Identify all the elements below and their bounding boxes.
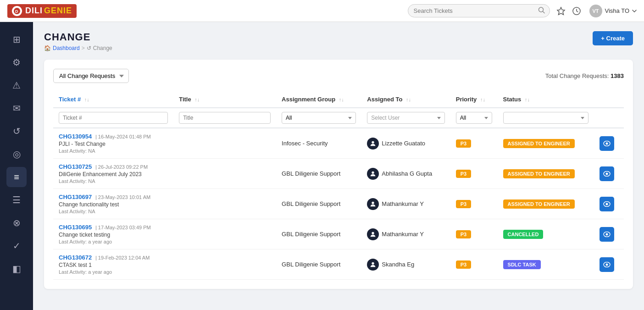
status-cell: CANCELLED (498, 219, 594, 249)
sort-icon-priority[interactable]: ↑↓ (480, 97, 485, 102)
priority-badge: P3 (456, 260, 471, 269)
search-button[interactable] (538, 6, 545, 15)
priority-cell: P3 (450, 128, 498, 159)
create-button[interactable]: + Create (593, 31, 633, 45)
sidebar-item-circle[interactable]: ◎ (6, 144, 27, 164)
sidebar-item-refresh[interactable]: ↺ (6, 121, 27, 141)
filter-group-select[interactable]: All (282, 112, 356, 124)
total-count-label: Total Change Requests: 1383 (545, 72, 624, 79)
view-button[interactable] (600, 136, 614, 151)
svg-point-11 (605, 172, 608, 175)
sidebar-item-doc[interactable]: ◧ (6, 259, 27, 279)
sidebar-item-close-circle[interactable]: ⊗ (6, 213, 27, 233)
svg-text:D: D (15, 9, 19, 14)
view-button[interactable] (600, 227, 614, 242)
sidebar-item-inbox[interactable]: ✉ (6, 98, 27, 118)
sidebar-item-settings[interactable]: ⚙ (6, 52, 27, 72)
content-area: CHANGE 🏠 Dashboard > ↺ Change + Create A… (33, 22, 644, 310)
filter-priority-select[interactable]: All (456, 112, 492, 124)
filter-status-select[interactable] (503, 112, 588, 124)
filter-title-input[interactable] (179, 112, 271, 124)
ticket-link[interactable]: CHG130954 (59, 133, 92, 140)
title-cell (173, 128, 276, 159)
top-navigation: D DILIGENIE VT Visha TO (0, 0, 644, 22)
sort-icon-status[interactable]: ↑↓ (525, 97, 530, 102)
user-avatar (367, 228, 379, 240)
ticket-title: Change functionality test (59, 201, 168, 208)
sidebar-item-check[interactable]: ✓ (6, 236, 27, 256)
sidebar-item-alert[interactable]: ⚠ (6, 75, 27, 95)
col-priority: Priority ↑↓ (450, 91, 498, 108)
sidebar-item-list[interactable]: ≡ (6, 167, 27, 187)
priority-badge: P3 (456, 230, 471, 238)
filter-title (173, 108, 276, 128)
change-requests-filter[interactable]: All Change Requests (53, 69, 129, 83)
priority-badge: P3 (456, 200, 471, 208)
group-cell: GBL Diligenie Support (276, 189, 361, 219)
page-header: CHANGE 🏠 Dashboard > ↺ Change + Create (44, 31, 633, 51)
history-button[interactable] (572, 6, 581, 16)
filter-user-select[interactable]: Select User (367, 112, 444, 124)
ticket-link[interactable]: CHG130672 (59, 254, 92, 261)
ticket-date: | 26-Jul-2023 09:22 PM (95, 164, 148, 170)
ticket-date: | 16-May-2024 01:48 PM (95, 134, 151, 139)
user-avatar (367, 259, 379, 271)
ticket-cell: CHG130697 | 23-May-2023 10:01 AM Change … (53, 189, 173, 219)
table-row: CHG130954 | 16-May-2024 01:48 PM PJLI - … (53, 128, 624, 159)
group-cell: GBL Diligenie Support (276, 159, 361, 189)
ticket-date: | 19-Feb-2023 12:04 AM (95, 255, 150, 260)
breadcrumb: 🏠 Dashboard > ↺ Change (44, 45, 112, 51)
group-cell: GBL Diligenie Support (276, 249, 361, 280)
svg-marker-4 (557, 7, 565, 15)
logo-genie: GENIE (44, 6, 72, 16)
status-badge: ASSIGNED TO ENGINEER (503, 199, 575, 209)
status-cell: ASSIGNED TO ENGINEER (498, 128, 594, 159)
last-activity: Last Activity: NA (59, 178, 168, 184)
favorites-button[interactable] (556, 6, 566, 16)
col-status: Status ↑↓ (498, 91, 594, 108)
view-button[interactable] (600, 197, 614, 211)
svg-point-17 (605, 233, 608, 235)
col-title: Title ↑↓ (173, 91, 276, 108)
action-cell (594, 249, 624, 280)
status-cell: ASSIGNED TO ENGINEER (498, 159, 594, 189)
tickets-table: Ticket # ↑↓ Title ↑↓ Assignment Group ↑↓ (53, 91, 624, 280)
view-button[interactable] (600, 257, 614, 272)
filter-priority: All (450, 108, 498, 128)
svg-point-14 (605, 203, 608, 205)
status-badge: CANCELLED (503, 230, 544, 239)
svg-point-18 (372, 262, 374, 264)
filter-ticket-input[interactable] (59, 112, 168, 124)
priority-cell: P3 (450, 159, 498, 189)
sort-icon-ticket[interactable]: ↑↓ (84, 97, 89, 102)
filter-user: Select User (361, 108, 450, 128)
last-activity: Last Activity: NA (59, 209, 168, 214)
view-button[interactable] (600, 166, 614, 181)
ticket-link[interactable]: CHG130695 (59, 224, 92, 231)
search-box (408, 4, 550, 17)
ticket-title: DiliGenie Enhancement July 2023 (59, 171, 168, 177)
user-menu[interactable]: VT Visha TO (589, 5, 637, 17)
ticket-link[interactable]: CHG130725 (59, 163, 92, 170)
search-input[interactable] (408, 4, 550, 17)
ticket-cell: CHG130695 | 17-May-2023 03:49 PM Change … (53, 219, 173, 249)
priority-badge: P3 (456, 139, 471, 148)
assigned-name: Lizzette Guatato (382, 140, 425, 147)
ticket-date: | 17-May-2023 03:49 PM (95, 225, 151, 230)
ticket-link[interactable]: CHG130697 (59, 194, 92, 200)
ticket-date: | 23-May-2023 10:01 AM (95, 194, 150, 200)
sidebar-item-menu[interactable]: ☰ (6, 190, 27, 210)
sort-icon-title[interactable]: ↑↓ (194, 97, 200, 102)
assigned-cell: Mathankumar Y (361, 189, 450, 219)
table-body: CHG130954 | 16-May-2024 01:48 PM PJLI - … (53, 128, 624, 280)
status-badge: SDLC TASK (503, 260, 541, 269)
breadcrumb-home-link[interactable]: Dashboard (53, 45, 80, 51)
svg-point-12 (372, 201, 374, 204)
sort-icon-assigned[interactable]: ↑↓ (406, 97, 411, 102)
sort-icon-group[interactable]: ↑↓ (339, 97, 344, 102)
main-layout: ⊞ ⚙ ⚠ ✉ ↺ ◎ ≡ ☰ ⊗ ✓ ◧ CHANGE 🏠 Dashboard… (0, 22, 644, 310)
sidebar-item-grid[interactable]: ⊞ (6, 29, 27, 50)
table-row: CHG130672 | 19-Feb-2023 12:04 AM CTASK t… (53, 249, 624, 280)
ticket-cell: CHG130672 | 19-Feb-2023 12:04 AM CTASK t… (53, 249, 173, 280)
table-row: CHG130725 | 26-Jul-2023 09:22 PM DiliGen… (53, 159, 624, 189)
